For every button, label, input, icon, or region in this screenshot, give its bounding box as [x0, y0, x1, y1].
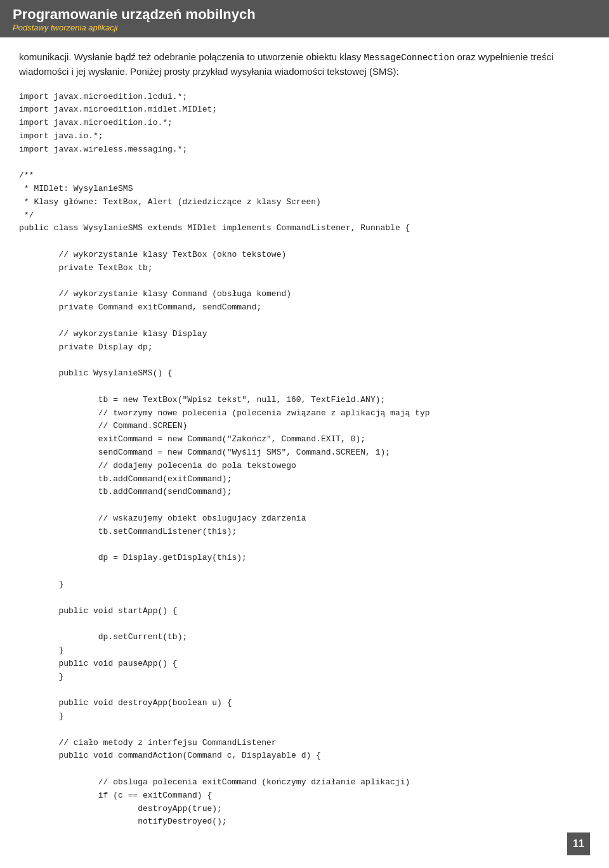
header-subtitle: Podstawy tworzenia aplikacji: [13, 23, 596, 32]
page-header: Programowanie urządzeń mobilnych Podstaw…: [0, 0, 609, 37]
page-number: 11: [567, 832, 590, 855]
header-title: Programowanie urządzeń mobilnych: [13, 6, 596, 23]
code-listing: import javax.microedition.lcdui.*; impor…: [19, 91, 590, 829]
intro-paragraph: komunikacji. Wysłanie bądź też odebranie…: [19, 50, 590, 79]
page-content: komunikacji. Wysłanie bądź też odebranie…: [0, 37, 609, 867]
